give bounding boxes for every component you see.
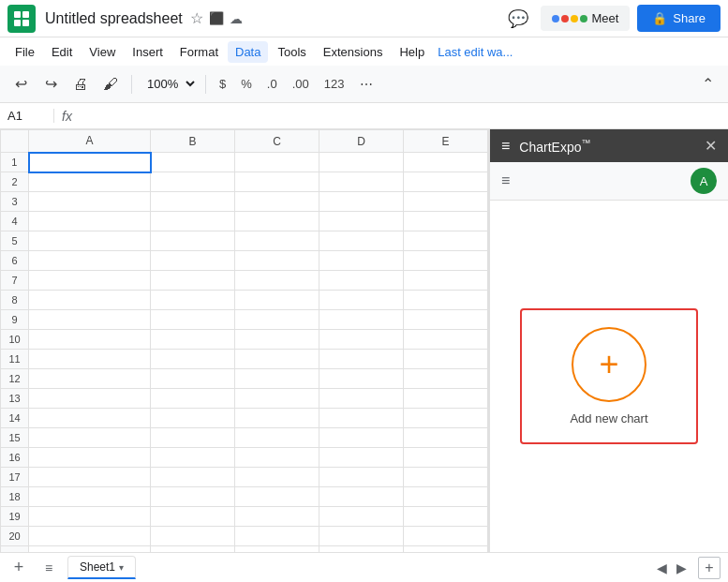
cell-b17[interactable] <box>151 468 235 487</box>
menu-insert[interactable]: Insert <box>125 41 171 63</box>
redo-button[interactable]: ↪ <box>37 71 64 97</box>
cell-e17[interactable] <box>404 468 488 487</box>
cell-d3[interactable] <box>319 192 404 212</box>
cell-d12[interactable] <box>319 369 404 389</box>
cell-b21[interactable] <box>151 546 235 553</box>
cell-c9[interactable] <box>235 310 319 330</box>
cell-a9[interactable] <box>29 310 151 330</box>
cell-d18[interactable] <box>319 487 404 507</box>
cell-b14[interactable] <box>151 409 235 428</box>
cell-e7[interactable] <box>404 271 488 291</box>
cell-b16[interactable] <box>151 448 235 468</box>
cell-c20[interactable] <box>235 527 319 546</box>
more-formats-button[interactable]: ⋯ <box>353 71 379 97</box>
cell-d7[interactable] <box>319 271 404 291</box>
cell-b15[interactable] <box>151 428 235 448</box>
cell-e10[interactable] <box>404 330 488 350</box>
cell-c2[interactable] <box>235 172 319 192</box>
cell-c21[interactable] <box>235 546 319 553</box>
panel-hamburger-icon[interactable]: ≡ <box>501 172 510 189</box>
cell-b18[interactable] <box>151 487 235 507</box>
cell-d9[interactable] <box>319 310 404 330</box>
cell-a20[interactable] <box>29 527 151 546</box>
star-icon[interactable]: ☆ <box>190 9 203 27</box>
col-header-d[interactable]: D <box>319 130 404 153</box>
cell-c16[interactable] <box>235 448 319 468</box>
cell-b13[interactable] <box>151 389 235 409</box>
cell-e18[interactable] <box>404 487 488 507</box>
panel-close-button[interactable]: ✕ <box>705 137 717 155</box>
cell-d21[interactable] <box>319 546 404 553</box>
cell-e5[interactable] <box>404 231 488 251</box>
formula-input[interactable] <box>80 109 721 123</box>
cell-e21[interactable] <box>404 546 488 553</box>
comment-button[interactable]: 💬 <box>503 4 533 34</box>
cell-d11[interactable] <box>319 350 404 369</box>
undo-button[interactable]: ↩ <box>7 71 34 97</box>
cell-d19[interactable] <box>319 507 404 527</box>
cell-b2[interactable] <box>151 172 235 192</box>
cell-a14[interactable] <box>29 409 151 428</box>
nav-left-arrow[interactable]: ◀ <box>653 559 671 577</box>
cell-a18[interactable] <box>29 487 151 507</box>
cell-d14[interactable] <box>319 409 404 428</box>
cell-a17[interactable] <box>29 468 151 487</box>
cell-e12[interactable] <box>404 369 488 389</box>
sheets-list-button[interactable]: ≡ <box>37 557 60 579</box>
cell-a13[interactable] <box>29 389 151 409</box>
cell-a5[interactable] <box>29 231 151 251</box>
cell-a4[interactable] <box>29 212 151 231</box>
cell-c15[interactable] <box>235 428 319 448</box>
cell-e16[interactable] <box>404 448 488 468</box>
print-button[interactable]: 🖨 <box>67 71 94 97</box>
cell-c11[interactable] <box>235 350 319 369</box>
add-chart-card[interactable]: + Add new chart <box>520 308 698 444</box>
cell-c12[interactable] <box>235 369 319 389</box>
cell-b8[interactable] <box>151 291 235 310</box>
cell-e19[interactable] <box>404 507 488 527</box>
cell-e11[interactable] <box>404 350 488 369</box>
cell-b12[interactable] <box>151 369 235 389</box>
cell-b1[interactable] <box>151 153 235 172</box>
cell-b5[interactable] <box>151 231 235 251</box>
collapse-button[interactable]: ⌃ <box>694 71 721 97</box>
add-new-sheet-icon[interactable]: + <box>698 557 721 579</box>
cell-a7[interactable] <box>29 271 151 291</box>
cell-e20[interactable] <box>404 527 488 546</box>
cell-c10[interactable] <box>235 330 319 350</box>
cell-b6[interactable] <box>151 251 235 271</box>
cell-d5[interactable] <box>319 231 404 251</box>
decimal0-button[interactable]: .0 <box>261 75 283 93</box>
number-format-button[interactable]: 123 <box>319 75 350 93</box>
cell-e13[interactable] <box>404 389 488 409</box>
cell-c7[interactable] <box>235 271 319 291</box>
cell-a8[interactable] <box>29 291 151 310</box>
drive-icon[interactable]: ⬛ <box>209 11 224 25</box>
cell-d6[interactable] <box>319 251 404 271</box>
menu-extensions[interactable]: Extensions <box>316 41 391 63</box>
cell-c19[interactable] <box>235 507 319 527</box>
cell-a16[interactable] <box>29 448 151 468</box>
cell-d4[interactable] <box>319 212 404 231</box>
sheet-dropdown-icon[interactable]: ▾ <box>119 562 124 573</box>
cell-d15[interactable] <box>319 428 404 448</box>
cell-c4[interactable] <box>235 212 319 231</box>
col-header-c[interactable]: C <box>235 130 319 153</box>
cell-b9[interactable] <box>151 310 235 330</box>
cell-a12[interactable] <box>29 369 151 389</box>
paint-format-button[interactable]: 🖌 <box>97 71 124 97</box>
cell-c6[interactable] <box>235 251 319 271</box>
cell-b20[interactable] <box>151 527 235 546</box>
cell-c5[interactable] <box>235 231 319 251</box>
cell-c18[interactable] <box>235 487 319 507</box>
cell-c17[interactable] <box>235 468 319 487</box>
cell-e9[interactable] <box>404 310 488 330</box>
cell-c13[interactable] <box>235 389 319 409</box>
col-header-a[interactable]: A <box>29 130 151 153</box>
cell-d13[interactable] <box>319 389 404 409</box>
cell-a3[interactable] <box>29 192 151 212</box>
decimal00-button[interactable]: .00 <box>287 75 315 93</box>
menu-format[interactable]: Format <box>172 41 226 63</box>
cell-b11[interactable] <box>151 350 235 369</box>
share-button[interactable]: 🔒 Share <box>637 5 721 32</box>
